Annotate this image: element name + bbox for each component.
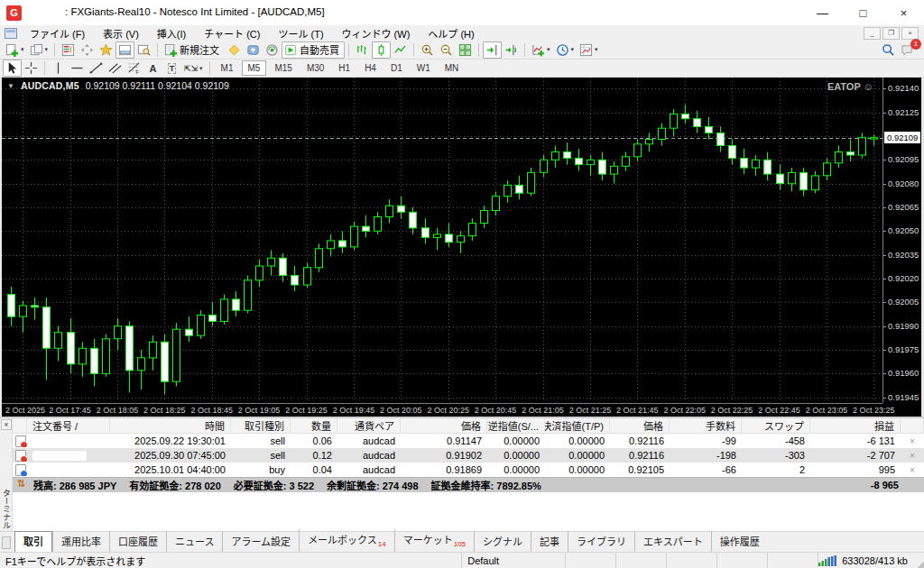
menu-help[interactable]: ヘルプ (H) — [419, 25, 483, 41]
mdi-close-button[interactable]: × — [901, 27, 919, 40]
text-button[interactable]: A — [143, 60, 162, 77]
timeframe-h4-button[interactable]: H4 — [358, 60, 383, 76]
crosshair-button[interactable] — [22, 60, 41, 77]
dock-icon[interactable] — [2, 536, 11, 549]
menu-charts[interactable]: チャート (C) — [195, 25, 269, 41]
candlestick-plot[interactable] — [2, 78, 882, 404]
periods-dropdown-icon[interactable]: ▾ — [571, 46, 575, 53]
line-chart-button[interactable] — [391, 41, 410, 59]
column-header-open-price[interactable]: 価格 — [401, 418, 487, 433]
tab-journal[interactable]: 操作履歴 — [711, 531, 768, 552]
search-button[interactable] — [879, 41, 898, 59]
shapes-button[interactable]: ⇱⇲▾ — [181, 60, 206, 77]
periods-button[interactable]: ▾ — [553, 41, 578, 59]
trade-row[interactable]: 2025.09.30 07:45:00sell0.12audcad0.91902… — [13, 448, 924, 463]
market-watch-button[interactable] — [59, 41, 78, 59]
tab-account-history[interactable]: 口座履歴 — [109, 531, 166, 552]
navigator-button[interactable] — [97, 41, 116, 59]
auto-scroll-button[interactable] — [483, 41, 502, 59]
column-header-time[interactable]: 時間 — [110, 418, 231, 433]
new-chart-button[interactable]: ▾ — [3, 41, 27, 59]
chart-shift-button[interactable] — [502, 41, 521, 59]
menu-insert[interactable]: 挿入(I) — [148, 25, 195, 41]
tab-exposure[interactable]: 運用比率 — [52, 531, 109, 552]
tab-library[interactable]: ライブラリ — [568, 531, 634, 552]
column-header-swap[interactable]: スワップ — [742, 418, 810, 433]
tab-trade[interactable]: 取引 — [14, 531, 52, 552]
tab-market[interactable]: マーケット105 — [394, 529, 474, 552]
vertical-line-button[interactable] — [49, 60, 68, 77]
zoom-out-button[interactable] — [437, 41, 456, 59]
trade-row[interactable]: 2025.09.22 19:30:01sell0.06audcad0.91147… — [13, 434, 924, 448]
fibonacci-button[interactable]: F — [125, 60, 143, 77]
new-order-button[interactable]: 新規注文 — [162, 41, 225, 59]
horizontal-line-button[interactable] — [68, 60, 87, 77]
data-window-button[interactable] — [78, 41, 97, 59]
bar-chart-button[interactable] — [353, 41, 372, 59]
text-label-button[interactable]: T — [162, 60, 181, 77]
notifications-button[interactable]: 1 — [898, 41, 917, 59]
column-header-tp[interactable]: 決済指値(T/P) — [545, 418, 610, 433]
news-button[interactable] — [263, 41, 282, 59]
new-chart-dropdown-icon[interactable]: ▾ — [21, 46, 24, 53]
tab-experts[interactable]: エキスパート — [634, 531, 711, 552]
menu-window[interactable]: ウィンドウ (W) — [333, 25, 420, 41]
menu-file[interactable]: ファイル (F) — [21, 25, 94, 41]
column-header-profit[interactable]: 損益 — [810, 418, 901, 433]
templates-button[interactable]: ▾ — [577, 41, 601, 59]
close-position-button[interactable]: × — [901, 451, 924, 461]
chart-collapse-icon[interactable]: ▼ — [7, 82, 14, 90]
close-button[interactable]: × — [883, 0, 924, 25]
timeframe-h1-button[interactable]: H1 — [332, 60, 356, 76]
column-header-order[interactable]: 注文番号 / — [27, 418, 110, 433]
mdi-restore-button[interactable]: ❐ — [882, 27, 900, 40]
candlestick-button[interactable] — [372, 41, 391, 59]
tab-mailbox[interactable]: メールボックス14 — [299, 529, 394, 552]
trade-row[interactable]: 2025.10.01 04:40:00buy0.04audcad0.918690… — [13, 463, 924, 477]
menu-tools[interactable]: ツール (T) — [269, 25, 332, 41]
trendline-button[interactable] — [87, 60, 106, 77]
menu-view[interactable]: 表示 (V) — [94, 25, 148, 41]
templates-dropdown-icon[interactable]: ▾ — [595, 46, 598, 53]
tab-articles[interactable]: 記事 — [531, 531, 568, 552]
timeframe-m5-button[interactable]: M5 — [242, 60, 267, 76]
chart-area[interactable]: ▼ AUDCAD,M5 0.92109 0.92111 0.92104 0.92… — [0, 78, 924, 417]
tile-windows-button[interactable] — [456, 41, 475, 59]
column-header-sl[interactable]: 決済逆指値(S/... — [487, 418, 545, 433]
mdi-minimize-button[interactable]: _ — [864, 27, 881, 40]
timeframe-d1-button[interactable]: D1 — [384, 60, 409, 76]
metaeditor-button[interactable] — [225, 41, 244, 59]
indicators-dropdown-icon[interactable]: ▾ — [547, 46, 550, 53]
column-header-price[interactable]: 価格 — [610, 418, 670, 433]
column-header-pair[interactable]: 通貨ペア — [337, 418, 401, 433]
column-header-type[interactable]: 取引種別 — [231, 418, 291, 433]
autotrading-button[interactable]: 自動売買 — [282, 41, 345, 59]
time-axis[interactable]: 2 Oct 20252 Oct 17:452 Oct 18:052 Oct 18… — [2, 403, 882, 417]
profiles-button[interactable]: ▾ — [27, 41, 51, 59]
strategy-tester-button[interactable] — [134, 41, 153, 59]
close-position-button[interactable]: × — [901, 436, 924, 446]
tab-alerts[interactable]: アラーム設定 — [222, 531, 299, 552]
profiles-dropdown-icon[interactable]: ▾ — [45, 46, 49, 53]
minimize-button[interactable]: — — [802, 0, 843, 25]
timeframe-mn-button[interactable]: MN — [439, 60, 466, 76]
resize-grip[interactable] — [911, 553, 924, 568]
indicators-button[interactable]: ▾ — [529, 41, 553, 59]
tab-news[interactable]: ニュース — [166, 531, 222, 552]
column-header-volume[interactable]: 数量 — [291, 418, 337, 433]
timeframe-m15-button[interactable]: M15 — [268, 60, 298, 76]
status-profile[interactable]: Default — [462, 553, 566, 568]
price-axis[interactable]: 0.921400.921250.920950.920800.920650.920… — [882, 78, 921, 403]
equidistant-channel-button[interactable] — [106, 60, 125, 77]
zoom-in-button[interactable] — [418, 41, 437, 59]
tab-signals[interactable]: シグナル — [474, 531, 531, 552]
cursor-button[interactable] — [3, 60, 22, 77]
maximize-button[interactable]: □ — [843, 0, 883, 25]
terminal-close-button[interactable]: × — [1, 419, 12, 430]
publish-button[interactable] — [244, 41, 263, 59]
column-header-commission[interactable]: 手数料 — [670, 418, 742, 433]
timeframe-m30-button[interactable]: M30 — [300, 60, 330, 76]
shapes-dropdown-icon[interactable]: ▾ — [199, 65, 203, 72]
close-position-button[interactable]: × — [901, 465, 924, 475]
timeframe-m1-button[interactable]: M1 — [215, 60, 240, 76]
